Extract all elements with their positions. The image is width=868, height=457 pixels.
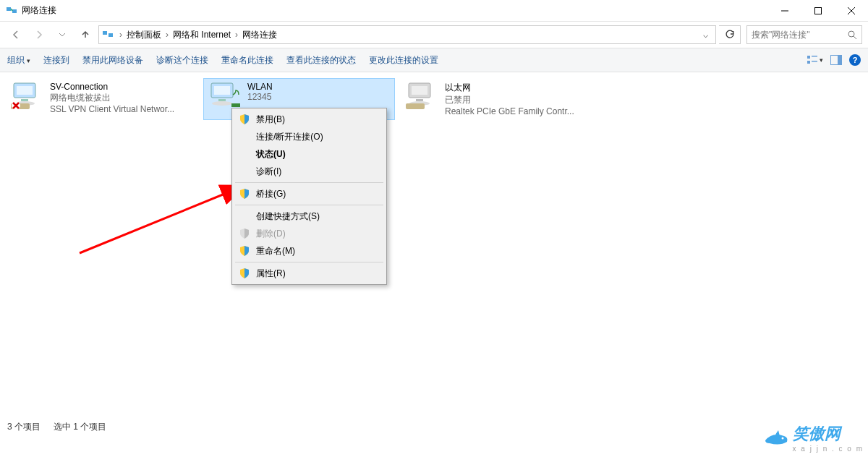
- nav-row: › 控制面板 › 网络和 Internet › 网络连接 ⌵ 搜索"网络连接": [0, 22, 868, 48]
- connection-status: 网络电缆被拔出: [50, 92, 194, 104]
- connection-item[interactable]: SV-Connection 网络电缆被拔出 SSL VPN Client Vir…: [6, 78, 197, 120]
- help-button[interactable]: ?: [849, 54, 861, 66]
- network-adapter-icon: [9, 82, 44, 111]
- breadcrumb-item[interactable]: 网络连接: [241, 29, 278, 41]
- menu-label: 创建快捷方式(S): [256, 210, 320, 223]
- item-count: 3 个项目: [7, 421, 41, 433]
- search-input[interactable]: 搜索"网络连接": [746, 25, 862, 44]
- breadcrumb-item[interactable]: 网络和 Internet: [171, 29, 232, 41]
- address-bar[interactable]: › 控制面板 › 网络和 Internet › 网络连接 ⌵: [98, 25, 716, 44]
- svg-rect-12: [807, 61, 810, 64]
- error-x-icon: [11, 101, 21, 111]
- watermark: 笑傲网 x a j j n . c o m: [762, 423, 864, 453]
- watermark-brand: 笑傲网: [793, 423, 864, 445]
- breadcrumb-item[interactable]: 控制面板: [125, 29, 163, 41]
- connection-name: 以太网: [445, 82, 589, 94]
- svg-rect-6: [103, 31, 107, 35]
- svg-rect-28: [231, 103, 240, 107]
- menu-label: 属性(R): [256, 268, 286, 280]
- svg-rect-11: [812, 56, 817, 57]
- menu-delete: 删除(D): [234, 225, 384, 242]
- status-bar: 3 个项目 选中 1 个项目: [0, 418, 868, 435]
- refresh-button[interactable]: [719, 25, 741, 44]
- menu-label: 状态(U): [256, 148, 286, 161]
- minimize-button[interactable]: [768, 0, 801, 22]
- connection-status: 12345: [247, 92, 391, 102]
- shark-icon: [762, 429, 790, 448]
- menu-properties[interactable]: 属性(R): [234, 265, 384, 282]
- menu-create-shortcut[interactable]: 创建快捷方式(S): [234, 208, 384, 225]
- menu-label: 重命名(M): [256, 245, 295, 257]
- rename-button[interactable]: 重命名此连接: [221, 54, 273, 67]
- context-menu: 禁用(B) 连接/断开连接(O) 状态(U) 诊断(I) 桥接(G) 创建快捷方…: [231, 108, 387, 285]
- network-adapter-icon: [404, 82, 439, 111]
- menu-status[interactable]: 状态(U): [234, 145, 384, 163]
- up-button[interactable]: [75, 25, 95, 45]
- svg-rect-26: [218, 99, 226, 101]
- shield-icon: [239, 245, 250, 257]
- maximize-button[interactable]: [801, 0, 835, 22]
- chevron-right-icon: ›: [116, 30, 125, 40]
- chevron-right-icon: ›: [232, 30, 241, 40]
- location-icon: [102, 29, 114, 40]
- search-icon: [848, 30, 857, 40]
- network-adapter-icon: [207, 82, 242, 111]
- connection-device: SSL VPN Client Virtual Networ...: [50, 104, 194, 114]
- menu-bridge[interactable]: 桥接(G): [234, 185, 384, 202]
- menu-label: 诊断(I): [256, 166, 281, 178]
- window-title: 网络连接: [22, 4, 768, 17]
- menu-label: 删除(D): [256, 228, 286, 240]
- menu-connect-disconnect[interactable]: 连接/断开连接(O): [234, 128, 384, 145]
- svg-rect-30: [412, 86, 427, 95]
- view-status-button[interactable]: 查看此连接的状态: [286, 54, 356, 67]
- disable-device-button[interactable]: 禁用此网络设备: [82, 54, 143, 67]
- svg-point-27: [212, 101, 232, 106]
- svg-rect-33: [406, 103, 425, 109]
- svg-rect-25: [214, 86, 230, 95]
- connection-name: SV-Connection: [50, 82, 194, 92]
- menu-label: 桥接(G): [256, 188, 286, 200]
- titlebar: 网络连接: [0, 0, 868, 22]
- diagnose-button[interactable]: 诊断这个连接: [156, 54, 208, 67]
- svg-rect-18: [21, 99, 28, 101]
- svg-rect-15: [838, 56, 842, 65]
- svg-rect-17: [17, 86, 33, 95]
- preview-pane-button[interactable]: [830, 55, 842, 65]
- menu-separator: [235, 205, 383, 205]
- connect-to-button[interactable]: 连接到: [43, 54, 69, 67]
- watermark-url: x a j j n . c o m: [793, 445, 864, 453]
- menu-label: 禁用(B): [256, 114, 285, 126]
- menu-label: 连接/断开连接(O): [256, 131, 323, 143]
- svg-point-8: [848, 31, 854, 37]
- menu-separator: [235, 182, 383, 183]
- search-placeholder: 搜索"网络连接": [752, 29, 848, 41]
- svg-line-9: [854, 36, 856, 39]
- close-button[interactable]: [835, 0, 868, 22]
- change-settings-button[interactable]: 更改此连接的设置: [369, 54, 438, 67]
- selected-count: 选中 1 个项目: [54, 421, 106, 433]
- breadcrumb: › 控制面板 › 网络和 Internet › 网络连接: [116, 29, 698, 41]
- shield-icon: [239, 188, 250, 200]
- organize-menu[interactable]: 组织: [7, 54, 30, 67]
- shield-icon: [239, 114, 250, 125]
- recent-dropdown[interactable]: [52, 25, 72, 45]
- svg-rect-10: [807, 56, 810, 59]
- connection-device: Realtek PCIe GbE Family Contr...: [445, 106, 589, 116]
- svg-line-34: [80, 187, 242, 253]
- address-dropdown[interactable]: ⌵: [698, 30, 712, 40]
- menu-rename[interactable]: 重命名(M): [234, 242, 384, 260]
- menu-diagnose[interactable]: 诊断(I): [234, 163, 384, 180]
- view-mode-button[interactable]: ▾: [807, 55, 823, 65]
- connection-name: WLAN: [247, 82, 391, 92]
- forward-button[interactable]: [29, 25, 49, 45]
- content-area: SV-Connection 网络电缆被拔出 SSL VPN Client Vir…: [0, 72, 868, 440]
- menu-disable[interactable]: 禁用(B): [234, 111, 384, 128]
- back-button[interactable]: [6, 25, 26, 45]
- connection-status: 已禁用: [445, 94, 589, 106]
- svg-point-35: [781, 437, 783, 439]
- connection-item[interactable]: 以太网 已禁用 Realtek PCIe GbE Family Contr...: [401, 78, 592, 120]
- shield-icon: [239, 268, 250, 279]
- menu-separator: [235, 262, 383, 262]
- shield-icon: [239, 228, 250, 239]
- svg-rect-3: [815, 7, 822, 14]
